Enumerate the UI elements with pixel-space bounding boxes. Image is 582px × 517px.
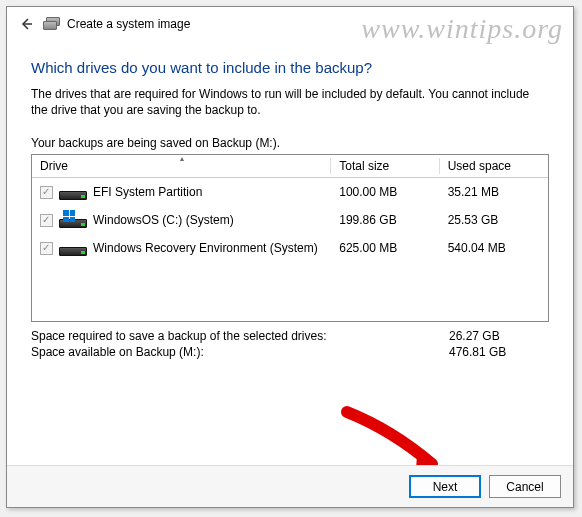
drive-total-size: 625.00 MB bbox=[331, 234, 439, 262]
space-summary: Space required to save a backup of the s… bbox=[31, 328, 549, 360]
back-button[interactable] bbox=[15, 13, 37, 35]
space-required-label: Space required to save a backup of the s… bbox=[31, 329, 327, 343]
content-area: Which drives do you want to include in t… bbox=[7, 41, 573, 360]
windows-logo-icon bbox=[63, 210, 75, 222]
drive-name: EFI System Partition bbox=[93, 185, 202, 199]
window-title: Create a system image bbox=[67, 17, 190, 31]
drive-checkbox[interactable] bbox=[40, 242, 53, 255]
table-row[interactable]: EFI System Partition100.00 MB35.21 MB bbox=[32, 178, 548, 207]
drive-used-space: 540.04 MB bbox=[440, 234, 548, 262]
titlebar: Create a system image bbox=[7, 7, 573, 41]
page-heading: Which drives do you want to include in t… bbox=[31, 59, 549, 76]
column-header-total[interactable]: Total size bbox=[331, 155, 439, 178]
drives-table: Drive ▴ Total size Used space EFI System… bbox=[32, 155, 548, 262]
table-row[interactable]: Windows Recovery Environment (System)625… bbox=[32, 234, 548, 262]
column-drive-label: Drive bbox=[40, 159, 68, 173]
space-available-label: Space available on Backup (M:): bbox=[31, 345, 204, 359]
dialog-footer: Next Cancel bbox=[7, 465, 573, 507]
next-button[interactable]: Next bbox=[409, 475, 481, 498]
drive-total-size: 100.00 MB bbox=[331, 178, 439, 207]
dialog-window: Create a system image www.wintips.org Wh… bbox=[6, 6, 574, 508]
column-header-used[interactable]: Used space bbox=[440, 155, 548, 178]
description-text: The drives that are required for Windows… bbox=[31, 86, 549, 118]
save-location-text: Your backups are being saved on Backup (… bbox=[31, 136, 549, 150]
back-arrow-icon bbox=[19, 17, 33, 31]
space-required-value: 26.27 GB bbox=[449, 329, 549, 343]
drive-icon bbox=[59, 184, 87, 200]
drive-icon bbox=[59, 240, 87, 256]
drive-used-space: 35.21 MB bbox=[440, 178, 548, 207]
drive-icon bbox=[59, 212, 87, 228]
table-row[interactable]: WindowsOS (C:) (System)199.86 GB25.53 GB bbox=[32, 206, 548, 234]
column-header-drive[interactable]: Drive ▴ bbox=[32, 155, 331, 178]
drive-total-size: 199.86 GB bbox=[331, 206, 439, 234]
column-used-label: Used space bbox=[448, 159, 511, 173]
column-total-label: Total size bbox=[339, 159, 389, 173]
cancel-button[interactable]: Cancel bbox=[489, 475, 561, 498]
drive-name: Windows Recovery Environment (System) bbox=[93, 241, 318, 255]
drive-checkbox[interactable] bbox=[40, 186, 53, 199]
system-image-icon bbox=[43, 15, 61, 33]
sort-indicator-icon: ▴ bbox=[180, 154, 184, 163]
space-available-value: 476.81 GB bbox=[449, 345, 549, 359]
drive-checkbox[interactable] bbox=[40, 214, 53, 227]
drive-name: WindowsOS (C:) (System) bbox=[93, 213, 234, 227]
drives-table-container: Drive ▴ Total size Used space EFI System… bbox=[31, 154, 549, 322]
drive-used-space: 25.53 GB bbox=[440, 206, 548, 234]
